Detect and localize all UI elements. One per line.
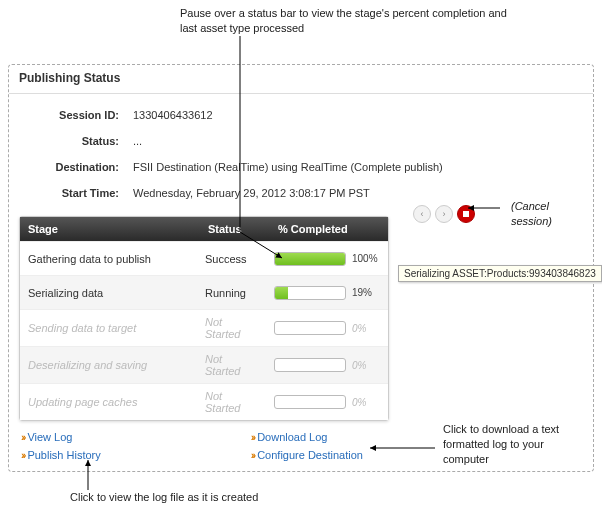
cell-status: Success [197, 247, 266, 271]
annotation-cancel: (Cancel session) [511, 199, 581, 229]
cell-stage: Updating page caches [20, 390, 197, 414]
table-row: Updating page caches Not Started 0% [20, 383, 388, 420]
cell-pct: 0% [266, 389, 388, 415]
th-status: Status [200, 217, 270, 241]
table-row: Sending data to target Not Started 0% [20, 309, 388, 346]
cell-status: Not Started [197, 310, 266, 346]
progress-bar[interactable] [274, 358, 346, 372]
label-destination: Destination: [19, 154, 129, 180]
cancel-session-button[interactable] [457, 205, 475, 223]
annotation-hover: Pause over a status bar to view the stag… [180, 6, 510, 36]
label-start-time: Start Time: [19, 180, 129, 206]
annotation-download: Click to download a text formatted log t… [443, 422, 583, 467]
value-status: ... [129, 128, 447, 154]
stop-icon [463, 211, 469, 217]
cell-status: Not Started [197, 384, 266, 420]
meta-block: Session ID: 1330406433612 Status: ... De… [19, 102, 447, 206]
progress-bar[interactable] [274, 286, 346, 300]
cell-status: Running [197, 281, 266, 305]
progress-bar[interactable] [274, 252, 346, 266]
th-stage: Stage [20, 217, 200, 241]
table-row: Gathering data to publish Success 100% [20, 241, 388, 275]
table-row: Deserializing and saving Not Started 0% [20, 346, 388, 383]
cell-pct: 19% [266, 280, 388, 306]
session-controls: ‹ › [413, 205, 475, 223]
value-start-time: Wednesday, February 29, 2012 3:08:17 PM … [129, 180, 447, 206]
cell-stage: Gathering data to publish [20, 247, 197, 271]
cell-stage: Serializing data [20, 281, 197, 305]
stage-table: Stage Status % Completed Gathering data … [19, 216, 389, 421]
label-status: Status: [19, 128, 129, 154]
publishing-status-panel: Publishing Status Session ID: 1330406433… [8, 64, 594, 472]
cell-pct: 100% [266, 246, 388, 272]
cell-stage: Sending data to target [20, 316, 197, 340]
chevron-left-icon: ‹ [421, 209, 424, 219]
prev-button[interactable]: ‹ [413, 205, 431, 223]
progress-bar[interactable] [274, 321, 346, 335]
view-log-link[interactable]: View Log [21, 431, 101, 443]
pct-label: 19% [352, 287, 380, 298]
table-header: Stage Status % Completed [20, 217, 388, 241]
panel-title: Publishing Status [9, 65, 593, 94]
progress-bar[interactable] [274, 395, 346, 409]
cell-status: Not Started [197, 347, 266, 383]
label-session-id: Session ID: [19, 102, 129, 128]
configure-destination-link[interactable]: Configure Destination [251, 449, 363, 461]
pct-label: 0% [352, 323, 380, 334]
pct-label: 100% [352, 253, 380, 264]
cell-pct: 0% [266, 315, 388, 341]
next-button[interactable]: › [435, 205, 453, 223]
value-session-id: 1330406433612 [129, 102, 447, 128]
download-log-link[interactable]: Download Log [251, 431, 363, 443]
th-pct: % Completed [270, 217, 388, 241]
pct-label: 0% [352, 360, 380, 371]
progress-tooltip: Serializing ASSET:Products:993403846823 [398, 265, 602, 282]
cell-pct: 0% [266, 352, 388, 378]
table-row: Serializing data Running 19% [20, 275, 388, 309]
cell-stage: Deserializing and saving [20, 353, 197, 377]
pct-label: 0% [352, 397, 380, 408]
value-destination: FSII Destination (RealTime) using RealTi… [129, 154, 447, 180]
publish-history-link[interactable]: Publish History [21, 449, 101, 461]
chevron-right-icon: › [443, 209, 446, 219]
